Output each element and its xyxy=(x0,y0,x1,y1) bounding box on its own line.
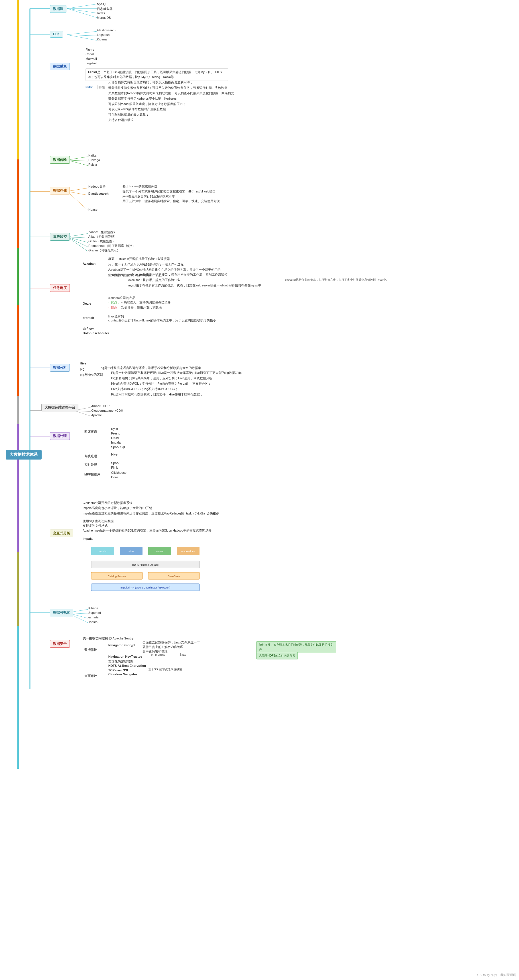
leaf-crontab: crontab xyxy=(83,316,94,320)
nav-encrypt-box: 随时文件，被存到本地的同时就通，配置文件以及足的授文件 xyxy=(257,641,336,653)
leaf-druid: Druid xyxy=(111,436,118,440)
mindmap-container: 大数据技术体系 数据源 MySQL 日志服务器 Redis MongoDB EL… xyxy=(0,0,519,980)
svg-line-32 xyxy=(67,160,88,161)
azkaban-plugins: web server提供用户访问接口，接在用户提交的工作流，实现工作流监控 ex… xyxy=(128,272,261,288)
root-node: 大数据技术体系 xyxy=(6,450,42,460)
leaf-mysql: MySQL xyxy=(97,2,107,6)
svg-line-38 xyxy=(67,237,88,238)
cat-elk: ELK xyxy=(50,31,63,38)
leaf-cloudera-nav: Cloudera Navigator xyxy=(108,673,137,676)
leaf-echarts: echarts xyxy=(88,616,99,619)
svg-text:Impalad × N (Query Coordinator: Impalad × N (Query Coordinator / Executo… xyxy=(121,586,170,589)
svg-line-41 xyxy=(67,237,88,252)
pig-desc: Pig是一种数据流语言和运行环境，常用于检索和分析数据超大水的数据集 xyxy=(100,366,201,371)
cat-datavis: 数据可视化 xyxy=(50,609,73,616)
offline-label: 离线处理 xyxy=(83,454,97,458)
flikx-tag: 特性 xyxy=(97,86,105,89)
saas-label: Saas xyxy=(180,653,186,656)
leaf-canal: Canal xyxy=(86,52,94,56)
oozie-pros: ○ 优点： ○ 功能强大、支持的调度任务类型多 ○ 缺点： 安装部署，使用开发比… xyxy=(108,300,171,310)
oozie-cloudera: cloudera公司的产品 xyxy=(108,296,136,300)
leaf-zabbix: Zabbix（集群监控） xyxy=(88,230,117,234)
cat-taskschedule: 任务调度 xyxy=(50,284,70,292)
cat-bigdatamgmt: 大数据运维管理平台 xyxy=(42,404,78,411)
leaf-hive1: Hive xyxy=(80,361,86,365)
leaf-elasticsearch1: Elasticsearch xyxy=(97,29,115,32)
leaf-griffin: Griffin（质量监控） xyxy=(88,239,115,243)
svg-rect-19 xyxy=(17,305,19,396)
leaf-nav-encrypt: Navigator Encrypt xyxy=(108,643,136,647)
leaf-mongodb: MongoDB xyxy=(97,16,111,19)
leaf-logstash1: Logstash xyxy=(97,33,110,37)
leaf-presto: Presto xyxy=(111,432,120,435)
svg-text:StateStore: StateStore xyxy=(168,575,180,578)
crontab-desc: linux原有的crontab命令运行于Unix和Linux的操作系统之中，用于… xyxy=(108,315,216,323)
svg-line-35 xyxy=(67,191,88,195)
leaf-impala3: Impala xyxy=(83,537,93,540)
leaf-ambari: Ambari+HDP xyxy=(91,404,110,408)
flikx-features: 大部分插件支持断点续传功能，可以以大幅提高资源利用率； 部分插件支持失败恢复暂功… xyxy=(108,80,234,123)
leaf-airflow: airFlow xyxy=(83,327,94,330)
svg-rect-18 xyxy=(17,248,19,305)
mpp-label: MPP数据库 xyxy=(83,473,100,477)
impala-sql: 使用SQL查询访问数据 xyxy=(83,519,114,523)
cat-dataanalysis: 数据分析 xyxy=(50,364,70,372)
leaf-azkaban: Azkaban xyxy=(83,262,96,266)
svg-text:Impala: Impala xyxy=(99,550,106,553)
svg-line-28 xyxy=(67,31,97,35)
svg-text:MapReduce: MapReduce xyxy=(181,550,195,553)
leaf-hadoop: Hadoop集群 xyxy=(88,185,106,189)
flinkx-box: FlinkX是一个基于Flink的批流统一的数据同步工具，既可以采集静态的数据，… xyxy=(86,68,228,81)
leaf-kibana1: Kibana xyxy=(97,38,107,41)
svg-line-29 xyxy=(67,35,97,36)
svg-text:Catalog Service: Catalog Service xyxy=(108,575,126,578)
nav-encrypt-desc1: 全面覆盖的数据保护，Linux文件系统一下 xyxy=(142,640,200,645)
svg-rect-16 xyxy=(17,159,19,205)
full-audit-label: 全面审计 xyxy=(83,674,97,678)
impala-feature1: Impala高度密也小资源量，能够接了大量的I/O开销 xyxy=(83,506,152,510)
cat-datastorage: 数据存储 xyxy=(50,187,70,194)
flikx-label: Flikx xyxy=(86,86,93,89)
svg-line-27 xyxy=(67,8,97,18)
adhoc-label: 即席查询 xyxy=(83,430,97,434)
leaf-nav-keytrustee: Navigation KeyTrustee xyxy=(108,655,142,658)
leaf-tcp-ssl: TCP over SSl xyxy=(108,668,128,672)
lucene-desc: 基于Lucene的搜索服务器 xyxy=(123,185,157,188)
svg-line-36 xyxy=(67,191,88,211)
leaf-oozie: Oozie xyxy=(83,302,91,305)
leaf-kylin: Kylin xyxy=(111,427,118,431)
svg-line-33 xyxy=(67,160,88,166)
realtime-label: 实时处理 xyxy=(83,463,97,467)
impala-apache-desc: Apache Impala是一个提供能效的SQL查询引擎，主要面向SQL on … xyxy=(83,528,211,533)
cat-datasource: 数据源 xyxy=(50,5,66,13)
svg-line-31 xyxy=(67,157,88,160)
svg-rect-15 xyxy=(17,0,19,159)
leaf-redis: Redis xyxy=(97,11,105,15)
svg-rect-20 xyxy=(17,396,19,424)
connector-lines xyxy=(0,0,519,980)
leaf-spark: Spark xyxy=(111,461,120,465)
leaf-impala2: Impala xyxy=(111,441,121,444)
svg-line-40 xyxy=(67,237,88,247)
leaf-hbase: Hbase xyxy=(88,208,97,211)
data-protection-label: 数据保护 xyxy=(83,648,97,652)
cat-datacollect: 数据采集 xyxy=(50,63,70,70)
pig-hive-compare: Pig是一种数据流语言和运行环境; Hive是一种数据仓库系统; Hive拥有了… xyxy=(111,370,242,397)
leaf-logserver: 日志服务器 xyxy=(97,7,113,11)
cat-dataprocess: 数据处理 xyxy=(50,432,70,440)
pig-hive-compare-label: pig与hive的区别 xyxy=(80,373,103,377)
svg-text:Hive: Hive xyxy=(129,550,134,553)
leaf-flume: Flume xyxy=(86,48,94,51)
leaf-cloudermgr: Cloudermagager+CDH xyxy=(91,409,123,412)
svg-line-34 xyxy=(67,188,88,191)
leaf-tableau: Tableau xyxy=(88,620,99,624)
leaf-sparksql: Spark Sql xyxy=(111,445,125,449)
keytrustee-box: 只能够HDFS的文件内容形容 xyxy=(257,652,298,659)
impala-feature2: Impala通道通过相应的提观进程来运行作业调度，速度相比MapReduce路计… xyxy=(83,511,219,516)
leaf-maxwell: Maxwell xyxy=(86,57,97,60)
watermark: CSDN @ 你好，我叫罗聪聪 xyxy=(477,973,516,977)
nav-encrypt-desc2: 硬件节点上的加解密内容管理 xyxy=(142,644,183,649)
leaf-doris: Doris xyxy=(111,476,118,479)
leaf-pig: pig xyxy=(80,367,85,371)
tcp-ssl-desc: 基于SSL的节点之间连接情 xyxy=(148,667,182,671)
